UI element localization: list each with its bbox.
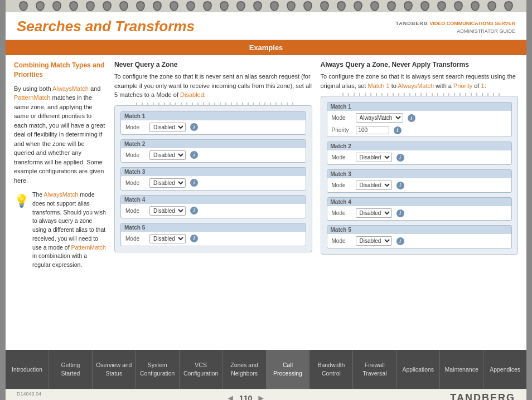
never-match-4-header: Match 4: [121, 196, 306, 204]
document-info: D14049.04 JULY 2008: [17, 391, 41, 400]
right-content: Never Query a Zone To configure the zone…: [114, 61, 518, 344]
never-match-4-mode-select[interactable]: Disabled: [149, 206, 186, 216]
info-icon[interactable]: i: [190, 151, 198, 159]
spiral-hole: [203, 1, 212, 11]
next-page-button[interactable]: ►: [257, 393, 265, 401]
spiral-hole: [236, 1, 245, 11]
always-match-1-priority-input[interactable]: [356, 126, 389, 134]
spiral-hole: [103, 1, 112, 11]
never-match-5-row: Mode Disabled i: [121, 232, 306, 246]
spiral-hole: [136, 1, 145, 11]
info-icon[interactable]: i: [190, 207, 198, 214]
never-match-3-row: Mode Disabled i: [121, 176, 306, 190]
patternmatch-link1[interactable]: PatternMatch: [14, 94, 50, 101]
nav-introduction[interactable]: Introduction: [6, 350, 49, 389]
spiral-hole: [69, 1, 78, 11]
spiral-hole: [19, 1, 28, 11]
brand-info: TANDBERG VIDEO COMMUNICATIONS SERVER ADM…: [395, 20, 515, 35]
info-icon[interactable]: i: [190, 235, 198, 242]
always-match-2-header: Match 2: [327, 142, 512, 150]
spiral-hole: [404, 1, 413, 11]
info-icon[interactable]: i: [408, 114, 415, 122]
spiral-hole: [387, 1, 396, 11]
nav-zones-neighbors[interactable]: Zones and Neighbors: [223, 350, 267, 389]
spiral-hole: [354, 1, 362, 11]
never-match-2: Match 2 Mode Disabled i: [120, 139, 306, 163]
never-match-5: Match 5 Mode Disabled i: [120, 223, 306, 246]
info-icon[interactable]: i: [396, 154, 404, 162]
page-header: Searches and Transforms TANDBERG VIDEO C…: [6, 12, 526, 40]
always-match-5-header: Match 5: [327, 226, 512, 234]
mode-label: Mode: [332, 115, 351, 121]
info-icon[interactable]: i: [396, 209, 404, 217]
always-match-5: Match 5 Mode Disabled i: [327, 225, 512, 248]
always-match-1-header: Match 1: [327, 103, 512, 111]
nav-bandwidth-control[interactable]: Bandwidth Control: [309, 350, 353, 389]
spiral-binding: [6, 0, 526, 12]
always-match-5-mode-select[interactable]: Disabled: [356, 236, 392, 246]
always-match-1: Match 1 Mode AlwaysMatch i Priority i: [327, 102, 512, 137]
mode-label: Mode: [125, 180, 145, 186]
never-match-1-mode-select[interactable]: Disabled: [149, 123, 186, 132]
mode-label: Mode: [125, 124, 145, 130]
patternmatch-link2[interactable]: PatternMatch: [71, 244, 105, 251]
never-match-2-mode-select[interactable]: Disabled: [149, 150, 186, 160]
mode-label: Mode: [332, 210, 351, 216]
info-icon[interactable]: i: [190, 179, 198, 187]
never-match-3-header: Match 3: [121, 168, 306, 176]
never-match-3: Match 3 Mode Disabled i: [120, 167, 306, 191]
match1-link[interactable]: Match 1: [368, 82, 390, 89]
priority-link[interactable]: Priority: [453, 82, 472, 89]
always-match-1-mode-row: Mode AlwaysMatch i: [327, 111, 512, 125]
nav-vcs-config[interactable]: VCS Configuration: [180, 350, 223, 389]
always-match-3: Match 3 Mode Disabled i: [327, 169, 512, 193]
always-match-2-row: Mode Disabled i: [327, 150, 512, 164]
never-match-2-header: Match 2: [121, 140, 306, 148]
info-icon[interactable]: i: [396, 237, 404, 245]
bottom-navigation: Introduction Getting Started Overview an…: [6, 350, 526, 389]
info-icon[interactable]: i: [190, 123, 198, 131]
nav-overview-status[interactable]: Overview and Status: [93, 350, 136, 389]
nav-applications[interactable]: Applications: [396, 350, 440, 389]
always-match-2-mode-select[interactable]: Disabled: [356, 153, 392, 162]
priority-value-link[interactable]: 1: [481, 82, 485, 89]
never-match-4-row: Mode Disabled i: [121, 204, 306, 218]
nav-maintenance[interactable]: Maintenance: [440, 350, 483, 389]
nav-call-processing[interactable]: Call Processing: [267, 350, 310, 389]
spiral-hole: [437, 1, 446, 11]
always-match-1-mode-select[interactable]: AlwaysMatch: [356, 113, 403, 123]
always-query-matches: Match 1 Mode AlwaysMatch i Priority i: [321, 96, 519, 255]
always-match-3-header: Match 3: [327, 170, 512, 178]
nav-getting-started[interactable]: Getting Started: [49, 350, 93, 389]
info-icon[interactable]: i: [396, 182, 404, 189]
spiral-hole: [420, 1, 429, 11]
never-match-5-mode-select[interactable]: Disabled: [149, 234, 186, 243]
never-match-1-row: Mode Disabled i: [121, 120, 306, 134]
spiral-hole: [220, 1, 229, 11]
alwaysmatch-link1[interactable]: AlwaysMatch: [52, 85, 89, 92]
disabled-link[interactable]: Disabled: [180, 91, 204, 98]
always-query-title: Always Query a Zone, Never Apply Transfo…: [321, 61, 519, 69]
nav-appendices[interactable]: Appendices: [483, 350, 526, 389]
spiral-hole: [303, 1, 312, 11]
always-match-1-priority-row: Priority i: [327, 125, 512, 136]
spiral-hole: [287, 1, 296, 11]
nav-system-config[interactable]: System Configuration: [136, 350, 180, 389]
always-match-4-header: Match 4: [327, 198, 512, 206]
never-match-3-mode-select[interactable]: Disabled: [149, 178, 186, 188]
nav-firewall-traversal[interactable]: Firewall Traversal: [353, 350, 396, 389]
footer-brand: TANDBERG: [450, 392, 515, 400]
never-match-2-row: Mode Disabled i: [121, 148, 306, 162]
never-match-4: Match 4 Mode Disabled i: [120, 195, 306, 218]
alwaysmatch-link2[interactable]: AlwaysMatch: [43, 191, 78, 198]
info-icon[interactable]: i: [394, 126, 402, 134]
spiral-hole: [487, 1, 496, 11]
always-match-4-mode-select[interactable]: Disabled: [356, 208, 392, 218]
alwaysmatch-link3[interactable]: AlwaysMatch: [398, 82, 434, 89]
spiral-hole: [320, 1, 329, 11]
prev-page-button[interactable]: ◄: [226, 393, 235, 401]
never-match-1: Match 1 Mode Disabled i: [120, 111, 306, 135]
mode-label: Mode: [125, 152, 145, 158]
always-query-column: Always Query a Zone, Never Apply Transfo…: [321, 61, 519, 344]
always-match-3-mode-select[interactable]: Disabled: [356, 181, 392, 190]
